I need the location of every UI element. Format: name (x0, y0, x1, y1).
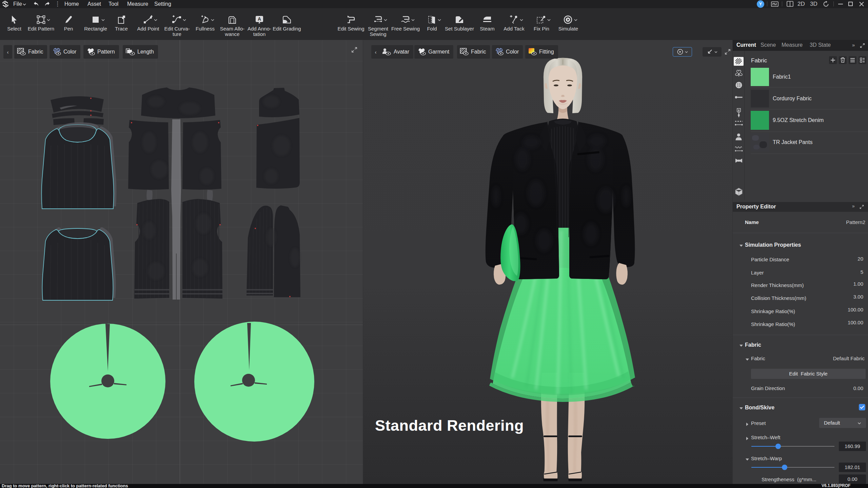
svg-text:A: A (258, 16, 261, 22)
